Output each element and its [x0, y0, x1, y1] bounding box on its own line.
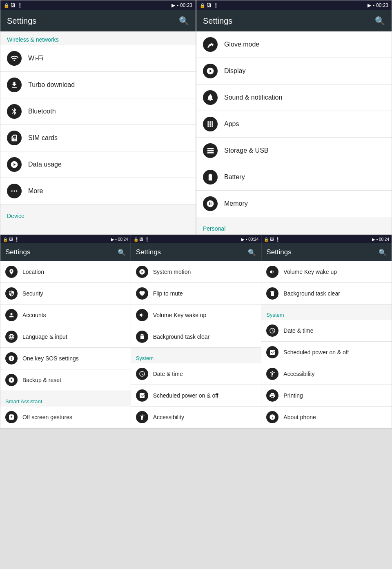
alert-icon: ❕	[17, 3, 23, 8]
app-bar-top-right: Settings 🔍	[196, 10, 392, 31]
apps-item[interactable]: Apps	[196, 111, 392, 138]
language-label: Language & input	[22, 333, 67, 340]
title-br: Settings	[266, 248, 291, 256]
display-item[interactable]: Display	[196, 58, 392, 84]
storage-item[interactable]: Storage & USB	[196, 138, 392, 164]
app-title-top-right: Settings	[203, 16, 232, 26]
signal-icon: ▶	[172, 2, 175, 8]
bg-clear-item[interactable]: Background task clear	[131, 326, 261, 348]
search-button-top-left[interactable]: 🔍	[179, 16, 189, 26]
about-icon	[266, 411, 278, 423]
screen-top-right: 🔒 🖼 ❕ ▶ ▪ 00:23 Settings 🔍 Glove mode	[196, 0, 392, 235]
display-icon	[203, 64, 218, 78]
volume-wake-item[interactable]: Volume Key wake up	[131, 305, 261, 326]
signal-icon-r: ▶	[368, 2, 371, 8]
status-bar-bm: 🔒 🖼 ❕ ▶ ▪ 00:24	[131, 235, 261, 243]
image-icon-r: 🖼	[207, 3, 212, 8]
image-icon: 🖼	[11, 3, 16, 8]
storage-icon	[203, 143, 218, 158]
more-item[interactable]: More	[0, 178, 196, 204]
security-label: Security	[22, 290, 43, 297]
date-time-item[interactable]: Date & time	[131, 363, 261, 385]
system-motion-label: System motion	[153, 269, 191, 275]
bluetooth-item[interactable]: Bluetooth	[0, 98, 196, 125]
system-motion-item[interactable]: System motion	[131, 261, 261, 283]
location-item[interactable]: Location	[0, 261, 131, 283]
wifi-item[interactable]: Wi-Fi	[0, 45, 196, 72]
volume-wake-icon	[136, 309, 148, 321]
security-item[interactable]: Security	[0, 283, 131, 305]
lock-icon-r: 🔒	[200, 3, 205, 8]
flip-mute-item[interactable]: Flip to mute	[131, 283, 261, 305]
printing-label: Printing	[283, 392, 303, 399]
language-item[interactable]: Language & input	[0, 326, 131, 348]
status-bar-top-right: 🔒 🖼 ❕ ▶ ▪ 00:23	[196, 0, 392, 10]
alert-bl: ❕	[14, 237, 19, 242]
data-usage-item[interactable]: Data usage	[0, 151, 196, 178]
bg-clear2-item[interactable]: Background task clear	[261, 283, 392, 305]
display-label: Display	[224, 67, 245, 75]
accessibility2-item[interactable]: Accessibility	[261, 363, 392, 385]
backup-item[interactable]: Backup & reset	[0, 369, 131, 391]
accounts-icon	[5, 309, 18, 321]
sound-item[interactable]: Sound & notification	[196, 84, 392, 111]
date-time-label: Date & time	[153, 371, 183, 377]
storage-label: Storage & USB	[224, 147, 269, 154]
divider-device	[0, 204, 196, 208]
scheduled-power-item[interactable]: Scheduled power on & off	[131, 385, 261, 407]
memory-item[interactable]: Memory	[196, 191, 392, 217]
sos-item[interactable]: One key SOS settings	[0, 348, 131, 369]
lock-bm: 🔒	[134, 237, 138, 242]
data-usage-label: Data usage	[28, 161, 62, 168]
scheduled-power-label: Scheduled power on & off	[153, 392, 218, 399]
volume-wake2-label: Volume Key wake up	[283, 269, 337, 275]
app-bar-top-left: Settings 🔍	[0, 10, 196, 31]
sos-icon	[5, 352, 18, 365]
search-bl[interactable]: 🔍	[118, 249, 126, 256]
search-bm[interactable]: 🔍	[248, 249, 256, 256]
signal-bm: ▶	[241, 237, 245, 242]
battery-item-icon	[203, 170, 218, 184]
about-item[interactable]: About phone	[261, 407, 392, 428]
sim-cards-item[interactable]: SIM cards	[0, 125, 196, 151]
search-br[interactable]: 🔍	[379, 249, 387, 256]
sim-icon	[7, 131, 22, 145]
scheduled-power2-label: Scheduled power on & off	[283, 349, 349, 356]
time-bm: 00:24	[248, 237, 258, 242]
off-screen-icon	[5, 411, 18, 423]
about-label: About phone	[283, 414, 316, 420]
glove-mode-label: Glove mode	[224, 41, 259, 48]
list-bl: Location Security Accounts	[0, 261, 131, 391]
bat-bm: ▪	[246, 237, 247, 242]
scheduled-power2-item[interactable]: Scheduled power on & off	[261, 342, 392, 363]
signal-bl: ▶	[111, 237, 114, 242]
accounts-item[interactable]: Accounts	[0, 305, 131, 326]
scheduled-power2-icon	[266, 346, 278, 358]
system-list-bm: Date & time Scheduled power on & off Acc…	[131, 363, 261, 428]
svg-point-0	[11, 190, 13, 191]
status-icons-bm-left: 🔒 🖼 ❕	[134, 237, 150, 242]
section-system-bm: System	[131, 351, 261, 363]
printing-item[interactable]: Printing	[261, 385, 392, 407]
backup-icon	[5, 374, 18, 386]
bluetooth-icon	[7, 104, 22, 119]
battery-item[interactable]: Battery	[196, 164, 392, 191]
battery-label: Battery	[224, 173, 245, 181]
section-system-br: System	[261, 308, 392, 320]
time-br: 00:24	[379, 237, 389, 242]
volume-wake2-item[interactable]: Volume Key wake up	[261, 261, 392, 283]
app-bar-br: Settings 🔍	[261, 243, 392, 261]
sound-label: Sound & notification	[224, 94, 282, 101]
more-label: More	[28, 187, 43, 195]
accessibility-item[interactable]: Accessibility	[131, 407, 261, 428]
data-usage-icon	[7, 157, 22, 172]
off-screen-item[interactable]: Off screen gestures	[0, 407, 131, 428]
wifi-label: Wi-Fi	[28, 55, 43, 62]
bat-bl: ▪	[115, 237, 117, 242]
date-time2-item[interactable]: Date & time	[261, 320, 392, 342]
apps-icon	[203, 117, 218, 131]
glove-mode-item[interactable]: Glove mode	[196, 31, 392, 58]
search-button-top-right[interactable]: 🔍	[375, 16, 385, 26]
battery-icon: ▪	[177, 2, 178, 8]
turbo-download-item[interactable]: Turbo download	[0, 72, 196, 98]
